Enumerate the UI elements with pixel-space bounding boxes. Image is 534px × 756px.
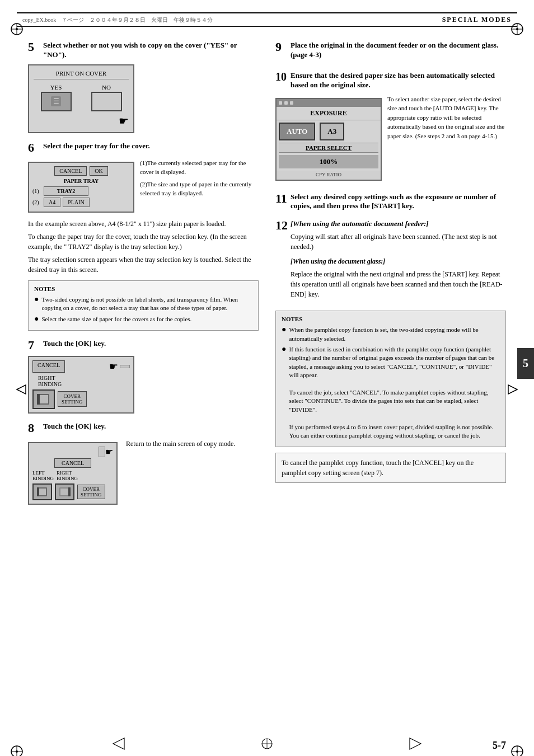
left-column: 5 Select whether or not you wish to copy… xyxy=(28,32,259,508)
step5-no-button[interactable]: NO xyxy=(91,84,122,111)
cancel-box-text: To cancel the pamphlet copy function, to… xyxy=(282,459,474,477)
header-right: SPECIAL MODES xyxy=(442,16,512,24)
step5-yes-button[interactable]: YES ☰ xyxy=(41,84,72,111)
notes-right-item2: ● If this function is used in combinatio… xyxy=(282,345,500,440)
step8-cover-setting-btn[interactable]: COVER SETTING xyxy=(77,485,105,499)
bottom-center-mark xyxy=(260,737,274,753)
chapter-tab: 5 xyxy=(517,348,534,379)
step10-desc: To select another size paper, select the… xyxy=(387,95,506,141)
step12-number: 12 xyxy=(275,219,288,302)
step8-ok-area xyxy=(99,447,105,457)
step10-exposure: EXPOSURE xyxy=(277,107,381,120)
step10-number: 10 xyxy=(275,71,288,90)
svg-point-15 xyxy=(516,750,518,753)
step6-size: A4 xyxy=(44,198,60,207)
svg-point-3 xyxy=(16,28,18,30)
svg-marker-16 xyxy=(17,385,26,394)
notes-right-item1: ● When the pamphlet copy function is set… xyxy=(282,326,500,343)
svg-point-11 xyxy=(16,750,18,753)
step5-screen: PRINT ON COVER YES ☰ NO xyxy=(28,64,134,133)
step7-number: 7 xyxy=(28,339,40,351)
step10-paper-select[interactable]: PAPER SELECT xyxy=(279,143,378,153)
step5-screen-title: PRINT ON COVER xyxy=(34,70,129,79)
step5-hand: ☛ xyxy=(34,114,129,128)
step10-percent: 100% xyxy=(279,155,378,168)
step7-cover-setting-btn[interactable]: COVER SETTING xyxy=(58,391,87,407)
svg-marker-32 xyxy=(113,738,124,749)
step7-binding-icon[interactable] xyxy=(32,389,55,409)
step12-body: Copying will start after all originals h… xyxy=(291,232,506,252)
notes-right-title: NOTES xyxy=(282,316,500,322)
step12: 12 [When using the automatic document fe… xyxy=(275,219,506,302)
notes-left: NOTES ● Two-sided copying is not possibl… xyxy=(28,280,259,331)
svg-rect-25 xyxy=(37,487,39,496)
step6-ok-btn[interactable]: OK xyxy=(90,166,107,176)
step10: 10 Ensure that the desired paper size ha… xyxy=(275,71,506,90)
step9: 9 Place the original in the document fee… xyxy=(275,41,506,60)
notes-left-title: NOTES xyxy=(34,285,252,292)
main-content: 5 Select whether or not you wish to copy… xyxy=(0,27,534,525)
svg-rect-24 xyxy=(38,489,46,495)
step10-auto[interactable]: AUTO xyxy=(279,123,315,140)
step8-icon-left[interactable] xyxy=(32,483,52,500)
step6-label: PAPER TRAY xyxy=(32,178,130,184)
svg-marker-17 xyxy=(508,385,517,394)
step6: 6 Select the paper tray for the cover. xyxy=(28,142,259,154)
step12-glass-title: [When using the document glass:] xyxy=(291,256,506,266)
step11-text: Select any desired copy settings such as… xyxy=(291,192,506,212)
step11-number: 11 xyxy=(275,192,288,212)
step7: 7 Touch the [OK] key. xyxy=(28,339,259,351)
step10-content: EXPOSURE AUTO A3 PAPER SELECT 100% CPY R… xyxy=(275,95,506,184)
notes-left-item2: ● Select the same size of paper for the … xyxy=(34,315,252,323)
step10-copy-ratio: CPY RATIO xyxy=(277,171,381,180)
step8-hand: ☛ xyxy=(105,447,113,457)
step6-content: CANCEL OK PAPER TRAY (1) TRAY2 (2) A4 xyxy=(28,158,259,216)
bottom-left-mark xyxy=(112,737,125,753)
svg-rect-27 xyxy=(60,489,68,495)
step6-body2: To change the paper tray for the cover, … xyxy=(28,232,259,252)
notes-right: NOTES ● When the pamphlet copy function … xyxy=(275,311,506,447)
corner-mark-bl xyxy=(8,743,25,756)
notes-left-item1: ● Two-sided copying is not possible on l… xyxy=(34,295,252,313)
two-column-layout: 5 Select whether or not you wish to copy… xyxy=(28,32,506,508)
step6-desc: (1)The currently selected paper tray for… xyxy=(140,158,259,198)
cancel-box: To cancel the pamphlet copy function, to… xyxy=(275,453,506,483)
step6-body3: The tray selection screen appears when t… xyxy=(28,255,259,275)
step6-plain: PLAIN xyxy=(63,198,89,207)
step9-number: 9 xyxy=(275,41,288,60)
step6-desc2: (2)The size and type of paper in the cur… xyxy=(140,180,259,198)
step6-number: 6 xyxy=(28,142,40,154)
corner-mark-tl xyxy=(8,21,25,37)
step11: 11 Select any desired copy settings such… xyxy=(275,192,506,212)
corner-mark-tr xyxy=(509,21,526,37)
step10-screen: EXPOSURE AUTO A3 PAPER SELECT 100% CPY R… xyxy=(275,98,382,181)
step12-text: [When using the automatic document feede… xyxy=(291,219,429,228)
step7-text: Touch the [OK] key. xyxy=(43,339,106,351)
svg-marker-33 xyxy=(410,738,421,749)
right-column: 9 Place the original in the document fee… xyxy=(275,32,506,508)
step8-number: 8 xyxy=(28,422,40,434)
step9-text: Place the original in the document feede… xyxy=(291,41,506,60)
bottom-right-mark xyxy=(409,737,422,753)
step5: 5 Select whether or not you wish to copy… xyxy=(28,41,259,60)
step6-cancel-btn[interactable]: CANCEL xyxy=(54,166,87,176)
step5-number: 5 xyxy=(28,41,40,60)
step10-text: Ensure that the desired paper size has b… xyxy=(291,71,506,90)
step6-desc1: (1)The currently selected paper tray for… xyxy=(140,158,259,177)
header-left: copy_EX.book ７ページ ２００４年９月２８日 火曜日 午後９時５４分 xyxy=(22,16,213,24)
svg-rect-22 xyxy=(37,394,40,405)
step10-a3[interactable]: A3 xyxy=(320,123,344,140)
step6-tray1[interactable]: TRAY2 xyxy=(44,186,88,196)
step12-glass-body: Replace the original with the next origi… xyxy=(291,269,506,299)
page-number: 5-7 xyxy=(493,740,506,752)
svg-rect-28 xyxy=(68,487,71,496)
step8-cancel-btn[interactable]: CANCEL xyxy=(54,458,91,468)
step8-icon-right[interactable] xyxy=(55,483,74,500)
step7-cancel-btn[interactable]: CANCEL xyxy=(32,360,65,373)
step8-content: ☛ CANCEL LEFTBINDING RIGHTBINDING xyxy=(28,439,259,508)
header: copy_EX.book ７ページ ２００４年９月２８日 火曜日 午後９時５４分… xyxy=(17,12,517,27)
page: 5 copy_EX.book ７ページ ２００４年９月２８日 火曜日 午後９時５… xyxy=(0,12,534,756)
step6-screen: CANCEL OK PAPER TRAY (1) TRAY2 (2) A4 xyxy=(28,162,134,213)
step8-return-text: Return to the main screen of copy mode. xyxy=(126,439,259,449)
step8-screen: ☛ CANCEL LEFTBINDING RIGHTBINDING xyxy=(28,442,118,505)
